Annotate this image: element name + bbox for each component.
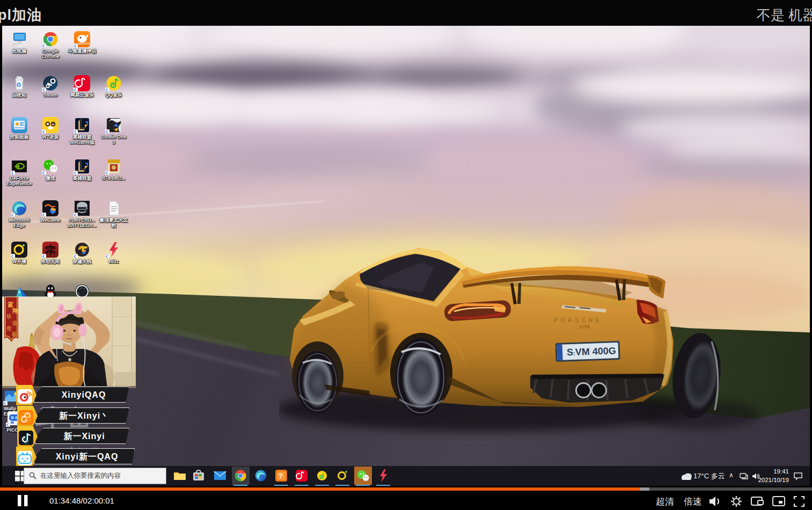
svg-text:翔: 翔 <box>12 308 18 314</box>
svg-text:生: 生 <box>6 325 12 331</box>
svg-text:?: ? <box>279 472 283 480</box>
svg-text:♻: ♻ <box>16 82 21 88</box>
svg-text:¢: ¢ <box>25 418 28 422</box>
svg-text:GT4: GT4 <box>580 324 590 330</box>
svg-text:毕: 毕 <box>6 314 12 319</box>
svg-text:业: 业 <box>12 320 17 326</box>
svg-text:一: 一 <box>6 334 10 338</box>
svg-text:新: 新 <box>12 331 17 337</box>
svg-text:蓝: 蓝 <box>7 301 13 308</box>
svg-text:PORSCHE: PORSCHE <box>554 317 602 323</box>
svg-text:DOUYU: DOUYU <box>78 42 90 45</box>
